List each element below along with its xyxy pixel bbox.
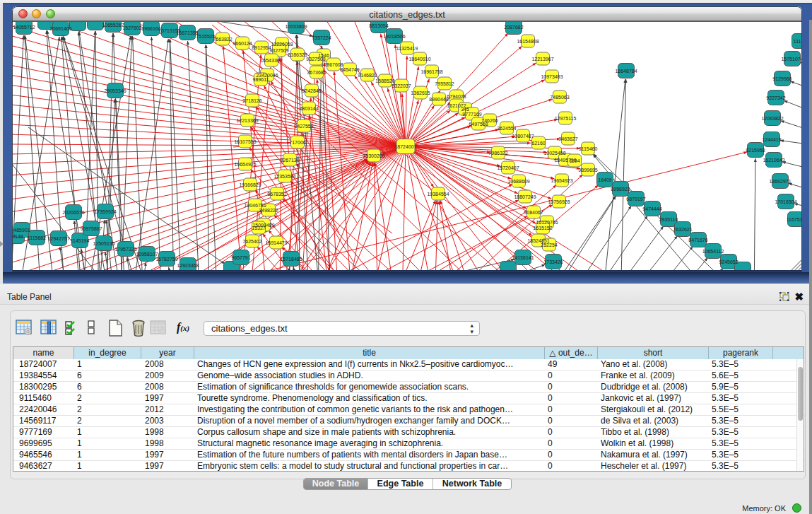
svg-text:9657791: 9657791 — [231, 255, 250, 260]
svg-text:15751074: 15751074 — [781, 57, 801, 62]
svg-text:12923468: 12923468 — [177, 263, 199, 268]
svg-text:1145194: 1145194 — [71, 238, 90, 243]
svg-text:9474444: 9474444 — [642, 206, 661, 211]
svg-text:2087682: 2087682 — [504, 25, 523, 30]
svg-text:9777169: 9777169 — [462, 112, 481, 117]
svg-text:12505135: 12505135 — [93, 241, 114, 246]
svg-text:18724007: 18724007 — [394, 144, 416, 149]
svg-text:16107553: 16107553 — [234, 139, 256, 144]
svg-text:8678352: 8678352 — [267, 192, 286, 197]
svg-text:29053346: 29053346 — [104, 88, 126, 93]
svg-text:16961758: 16961758 — [420, 69, 442, 74]
svg-text:16120746: 16120746 — [536, 220, 558, 225]
svg-text:8990448: 8990448 — [429, 97, 448, 102]
svg-text:1588520: 1588520 — [375, 78, 394, 83]
svg-text:12213369: 12213369 — [236, 118, 258, 123]
svg-text:11174: 11174 — [794, 39, 801, 44]
svg-text:8454749: 8454749 — [340, 67, 359, 72]
svg-text:17016504: 17016504 — [775, 199, 796, 204]
svg-text:10973493: 10973493 — [541, 74, 563, 79]
svg-text:12975115: 12975115 — [555, 116, 577, 121]
svg-text:8186328: 8186328 — [288, 52, 307, 57]
svg-text:19654925: 19654925 — [234, 162, 256, 167]
svg-text:62160: 62160 — [531, 141, 546, 146]
svg-text:90975867: 90975867 — [80, 226, 102, 231]
svg-text:17359924: 17359924 — [94, 209, 116, 214]
svg-text:6879197: 6879197 — [626, 197, 645, 201]
svg-text:10654112: 10654112 — [702, 249, 724, 254]
svg-text:14136141: 14136141 — [512, 255, 534, 260]
svg-text:9115460: 9115460 — [579, 146, 598, 151]
svg-text:6794028: 6794028 — [447, 94, 466, 99]
svg-text:15718485: 15718485 — [280, 257, 302, 262]
svg-text:3624554: 3624554 — [497, 126, 516, 131]
svg-text:9327509: 9327509 — [269, 48, 288, 53]
svg-text:1362615: 1362615 — [411, 90, 430, 95]
svg-text:9084067: 9084067 — [524, 210, 543, 215]
svg-text:12093822: 12093822 — [761, 116, 783, 121]
svg-text:8912954: 8912954 — [252, 45, 271, 50]
svg-text:1167533: 1167533 — [787, 217, 801, 222]
svg-text:19218506: 19218506 — [383, 34, 405, 39]
svg-text:9242848: 9242848 — [302, 88, 321, 93]
svg-text:717006: 717006 — [289, 140, 305, 145]
svg-text:345: 345 — [461, 107, 469, 112]
svg-text:20691406: 20691406 — [49, 26, 71, 31]
svg-text:9129966: 9129966 — [772, 76, 792, 81]
svg-text:2935114: 2935114 — [659, 217, 678, 222]
svg-text:2718126: 2718126 — [242, 98, 261, 103]
svg-text:3498222: 3498222 — [259, 208, 278, 213]
svg-text:8215958: 8215958 — [746, 148, 765, 153]
svg-text:13692971: 13692971 — [769, 179, 791, 184]
svg-text:7485063: 7485063 — [550, 95, 569, 100]
svg-text:19166829: 19166829 — [239, 182, 261, 187]
svg-text:16543362: 16543362 — [260, 58, 282, 63]
svg-text:8427552: 8427552 — [294, 124, 313, 129]
svg-text:14055712: 14055712 — [13, 25, 35, 30]
svg-text:1194: 1194 — [569, 158, 579, 163]
svg-text:485901: 485901 — [13, 228, 30, 233]
svg-text:9146821: 9146821 — [358, 73, 377, 78]
svg-text:1115682: 1115682 — [28, 235, 46, 240]
svg-text:18640910: 18640910 — [408, 57, 430, 62]
svg-text:16409: 16409 — [598, 177, 612, 182]
svg-text:9463627: 9463627 — [558, 136, 577, 141]
svg-text:10756928: 10756928 — [548, 199, 570, 204]
svg-text:11325419: 11325419 — [396, 46, 418, 51]
svg-text:2803144: 2803144 — [299, 106, 318, 111]
svg-text:10807487: 10807487 — [512, 134, 534, 139]
svg-text:13226058: 13226058 — [271, 42, 293, 47]
svg-text:252254: 252254 — [541, 243, 557, 247]
svg-text:12353594: 12353594 — [273, 174, 295, 179]
svg-text:8813054: 8813054 — [369, 23, 388, 28]
svg-text:16782759: 16782759 — [155, 257, 177, 262]
svg-text:16210643: 16210643 — [763, 158, 784, 163]
svg-text:8958923: 8958923 — [611, 187, 630, 192]
svg-text:5322037: 5322037 — [392, 83, 411, 88]
svg-text:12942757: 12942757 — [47, 236, 69, 241]
svg-text:9660124: 9660124 — [233, 41, 252, 46]
svg-text:19046786: 19046786 — [244, 203, 266, 208]
svg-text:10025458: 10025458 — [543, 151, 565, 156]
svg-text:7955812: 7955812 — [435, 81, 454, 86]
svg-text:1527602: 1527602 — [122, 25, 141, 30]
svg-text:7986322: 7986322 — [488, 151, 507, 156]
svg-text:15720407: 15720407 — [497, 165, 519, 170]
svg-text:1615152: 1615152 — [533, 226, 552, 230]
svg-text:20206576: 20206576 — [62, 210, 84, 215]
svg-text:10655267: 10655267 — [102, 23, 124, 28]
svg-text:10958107: 10958107 — [136, 252, 158, 257]
svg-text:16914479: 16914479 — [265, 240, 287, 245]
svg-text:746266: 746266 — [481, 118, 498, 123]
svg-text:12213967: 12213967 — [531, 57, 553, 62]
svg-text:10688609: 10688609 — [507, 179, 529, 184]
svg-text:15327: 15327 — [252, 226, 266, 230]
svg-text:7357224: 7357224 — [312, 35, 331, 40]
svg-text:25300205: 25300205 — [363, 153, 384, 158]
svg-text:18807249: 18807249 — [514, 194, 536, 199]
svg-text:17957225: 17957225 — [114, 247, 136, 252]
svg-text:7632621: 7632621 — [673, 227, 692, 232]
svg-text:989611: 989611 — [253, 77, 269, 82]
svg-text:9245652: 9245652 — [719, 259, 738, 264]
svg-text:16648784: 16648784 — [615, 69, 637, 74]
